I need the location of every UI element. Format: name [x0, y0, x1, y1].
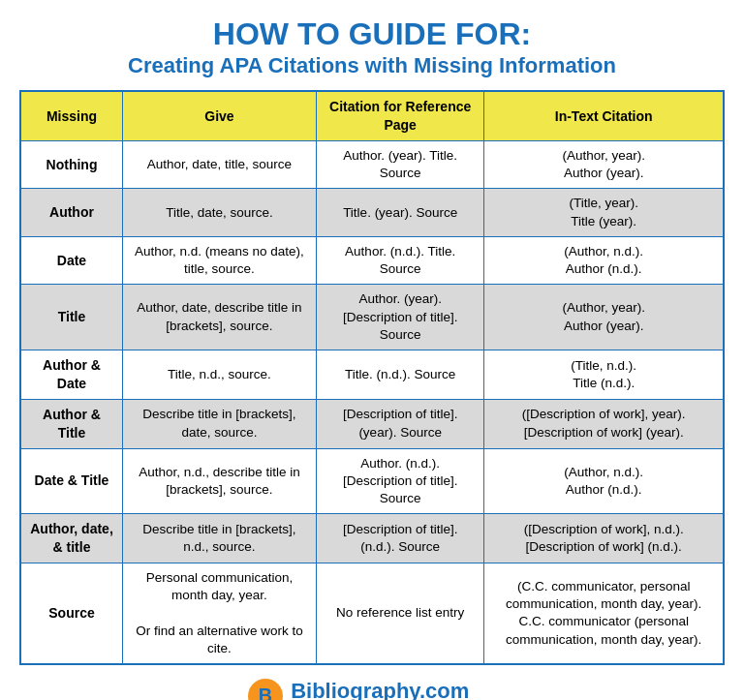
table-row: Author & TitleDescribe title in [bracket… — [20, 399, 724, 448]
cell-citation: [Description of title]. (year). Source — [316, 399, 483, 448]
cell-intext: (Title, n.d.). Title (n.d.). — [484, 350, 724, 399]
cell-missing: Author & Date — [20, 350, 123, 399]
cell-intext: (Title, year). Title (year). — [484, 189, 724, 236]
table-row: NothingAuthor, date, title, sourceAuthor… — [20, 140, 724, 188]
cell-missing: Author, date, & title — [20, 514, 123, 563]
table-row: Author & DateTitle, n.d., source.Title. … — [20, 350, 724, 399]
cell-give: Author, date, describe title in [bracket… — [123, 285, 317, 350]
cell-citation: Author. (year). Title. Source — [316, 140, 483, 188]
cell-missing: Title — [20, 285, 123, 350]
cell-missing: Date & Title — [20, 448, 123, 514]
cell-missing: Author — [20, 189, 123, 236]
cell-give: Author, n.d. (means no date), title, sou… — [123, 236, 317, 284]
col-citation-header: Citation for Reference Page — [316, 91, 483, 140]
bibliography-logo-icon: B — [248, 679, 283, 700]
cell-missing: Source — [20, 563, 123, 664]
table-row: Date & TitleAuthor, n.d., describe title… — [20, 448, 724, 514]
table-header-row: Missing Give Citation for Reference Page… — [20, 91, 724, 140]
svg-text:B: B — [259, 685, 272, 700]
cell-give: Author, date, title, source — [123, 140, 317, 188]
cell-citation: Author. (n.d.). [Description of title]. … — [316, 448, 483, 514]
table-row: DateAuthor, n.d. (means no date), title,… — [20, 236, 724, 284]
cell-missing: Author & Title — [20, 399, 123, 448]
cell-citation: Title. (year). Source — [316, 189, 483, 236]
cell-citation: Title. (n.d.). Source — [316, 350, 483, 399]
cell-intext: (Author, year). Author (year). — [484, 285, 724, 350]
footer-site-name: Bibliography.com — [291, 681, 469, 700]
cell-give: Title, date, source. — [123, 189, 317, 236]
cell-missing: Date — [20, 236, 123, 284]
cell-citation: Author. (n.d.). Title. Source — [316, 236, 483, 284]
cell-give: Describe title in [brackets], n.d., sour… — [123, 514, 317, 563]
cell-give: Title, n.d., source. — [123, 350, 317, 399]
table-row: TitleAuthor, date, describe title in [br… — [20, 285, 724, 350]
cell-citation: Author. (year). [Description of title]. … — [316, 285, 483, 350]
cell-intext: (Author, n.d.). Author (n.d.). — [484, 236, 724, 284]
col-give-header: Give — [123, 91, 317, 140]
cell-give: Author, n.d., describe title in [bracket… — [123, 448, 317, 514]
cell-missing: Nothing — [20, 140, 123, 188]
col-missing-header: Missing — [20, 91, 123, 140]
cell-citation: [Description of title]. (n.d.). Source — [316, 514, 483, 563]
table-row: AuthorTitle, date, source.Title. (year).… — [20, 189, 724, 236]
main-title: HOW TO GUIDE FOR: — [213, 17, 531, 51]
cell-intext: (Author, year). Author (year). — [484, 140, 724, 188]
footer: B Bibliography.com TEACHER APPROVED. STU… — [248, 679, 496, 700]
cell-intext: (Author, n.d.). Author (n.d.). — [484, 448, 724, 514]
sub-title: Creating APA Citations with Missing Info… — [128, 53, 616, 78]
cell-intext: ([Description of work], year). [Descript… — [484, 399, 724, 448]
cell-give: Personal communication, month day, year.… — [123, 563, 317, 664]
apa-guide-table: Missing Give Citation for Reference Page… — [19, 90, 725, 665]
cell-give: Describe title in [brackets], date, sour… — [123, 399, 317, 448]
col-intext-header: In-Text Citation — [484, 91, 724, 140]
table-row: Author, date, & titleDescribe title in [… — [20, 514, 724, 563]
cell-citation: No reference list entry — [316, 563, 483, 664]
footer-text-block: Bibliography.com TEACHER APPROVED. STUDE… — [291, 681, 496, 700]
cell-intext: (C.C. communicator, personal communicati… — [484, 563, 724, 664]
cell-intext: ([Description of work], n.d.). [Descript… — [484, 514, 724, 563]
table-row: SourcePersonal communication, month day,… — [20, 563, 724, 664]
